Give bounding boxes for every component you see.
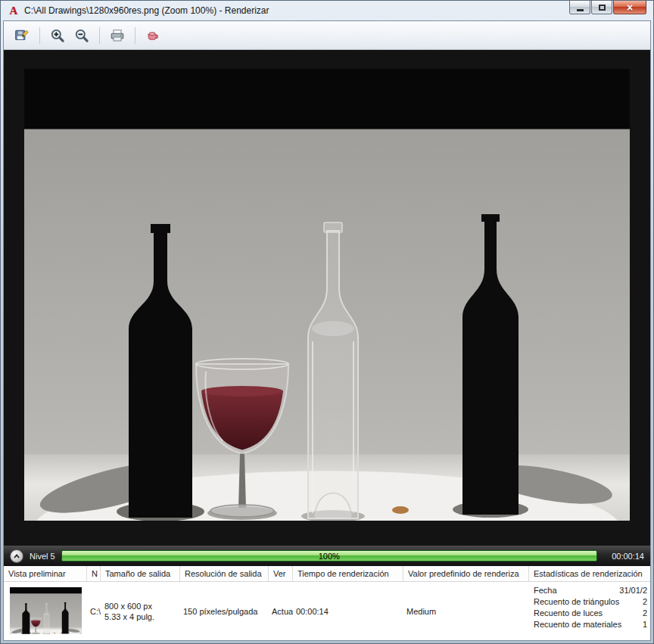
- close-icon: ×: [627, 2, 633, 13]
- toolbar-separator: [135, 27, 135, 44]
- maximize-icon: [599, 5, 606, 11]
- save-icon: [14, 28, 30, 43]
- row-output-size-px: 800 x 600 px: [104, 601, 152, 611]
- stat-material-count: Recuento de materiales 1: [534, 619, 647, 630]
- maximize-button[interactable]: [591, 1, 612, 14]
- row-render-statistics: Fecha 31/01/2 Recuento de triángulos 2 R…: [529, 582, 650, 640]
- row-output-resolution: 150 píxeles/pulgada: [180, 582, 269, 640]
- column-header-preview[interactable]: Vista preliminar: [4, 566, 87, 581]
- render-window: A C:\All Drawings\1280x960res.png (Zoom …: [0, 0, 654, 644]
- row-file-name: C:\...: [87, 582, 101, 640]
- stat-triangle-count: Recuento de triángulos 2: [534, 596, 647, 608]
- minimize-button[interactable]: [569, 1, 590, 14]
- progress-elapsed-time: 00:00:14: [603, 552, 644, 561]
- save-button[interactable]: [11, 25, 33, 46]
- stat-date: Fecha 31/01/2: [534, 585, 647, 596]
- zoom-out-icon: [74, 28, 89, 43]
- column-header-render-preset[interactable]: Valor predefinido de renderiza: [403, 566, 529, 581]
- progress-level-label: Nivel 5: [30, 552, 55, 561]
- purge-icon: [145, 28, 160, 43]
- titlebar[interactable]: A C:\All Drawings\1280x960res.png (Zoom …: [3, 1, 651, 20]
- progress-toggle-button[interactable]: [10, 549, 23, 563]
- render-viewport: [4, 50, 650, 546]
- column-header-view[interactable]: Ver: [269, 566, 293, 581]
- toolbar-separator: [39, 27, 40, 44]
- zoom-in-button[interactable]: [47, 25, 68, 46]
- render-thumbnail[interactable]: [4, 582, 87, 640]
- purge-button[interactable]: [142, 25, 164, 46]
- row-view: Actual: [269, 582, 293, 640]
- rendered-image: [24, 69, 630, 521]
- zoom-in-icon: [50, 28, 65, 43]
- minimize-icon: [577, 9, 584, 11]
- zoom-out-button[interactable]: [71, 25, 92, 46]
- print-button[interactable]: [107, 25, 128, 46]
- column-header-name[interactable]: N: [87, 566, 101, 581]
- column-header-render-time[interactable]: Tiempo de renderización: [293, 566, 403, 581]
- row-output-size: 800 x 600 px 5.33 x 4 pulg.: [101, 582, 180, 640]
- column-header-output-size[interactable]: Tamaño de salida: [101, 566, 180, 581]
- print-icon: [110, 28, 125, 43]
- close-button[interactable]: ×: [613, 1, 646, 14]
- toolbar: [4, 21, 650, 50]
- window-client-area: Nivel 5 100% 00:00:14 Vista preliminar N…: [3, 20, 651, 641]
- window-controls: ×: [569, 1, 646, 14]
- progress-strip: Nivel 5 100% 00:00:14: [4, 546, 650, 566]
- column-header-output-resolution[interactable]: Resolución de salida: [180, 566, 269, 581]
- progress-bar: 100%: [61, 550, 597, 562]
- history-table-header: Vista preliminar N Tamaño de salida Reso…: [4, 566, 650, 582]
- row-output-size-inches: 5.33 x 4 pulg.: [104, 611, 154, 622]
- row-render-time: 00:00:14: [293, 582, 403, 640]
- autocad-logo-icon: A: [8, 5, 20, 17]
- thumbnail-image: [10, 587, 82, 634]
- stat-light-count: Recuento de luces 2: [534, 608, 647, 619]
- progress-percent: 100%: [319, 552, 340, 561]
- window-title: C:\All Drawings\1280x960res.png (Zoom 10…: [24, 5, 565, 16]
- chevron-up-icon: [12, 552, 21, 561]
- history-table-row[interactable]: C:\... 800 x 600 px 5.33 x 4 pulg. 150 p…: [4, 582, 650, 640]
- column-header-render-statistics[interactable]: Estadísticas de renderización: [529, 566, 650, 581]
- toolbar-separator: [99, 27, 100, 44]
- row-render-preset: Medium: [403, 582, 529, 640]
